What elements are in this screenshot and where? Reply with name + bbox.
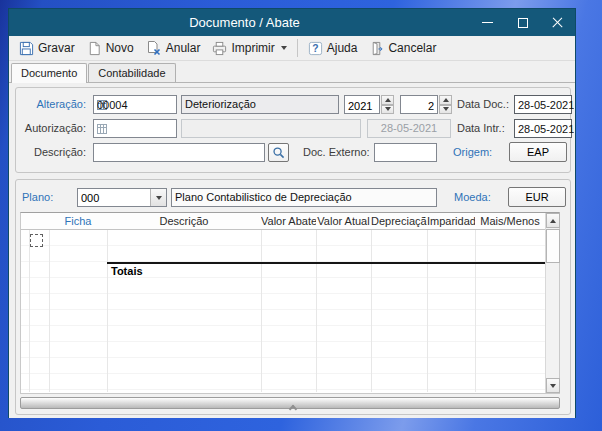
scrollbar-thumb[interactable] — [546, 229, 560, 263]
arrow-up-icon — [443, 98, 449, 102]
cancel-button-label: Cancelar — [388, 41, 436, 55]
plano-label: Plano: — [22, 188, 66, 207]
doc-externo-label: Doc. Externo: — [303, 143, 377, 162]
abate-grid: Ficha Descrição Valor Abate Valor Atual … — [20, 212, 560, 394]
origem-eap-button[interactable]: EAP — [509, 142, 567, 162]
maximize-button[interactable] — [505, 9, 540, 36]
arrow-down-icon — [443, 107, 449, 111]
column-divider — [261, 216, 262, 392]
column-divider — [427, 216, 428, 392]
toolbar-separator — [297, 39, 298, 57]
new-document-icon — [87, 41, 102, 56]
dialog-window: Documento / Abate Gravar Novo Anular — [8, 8, 576, 418]
grid-header: Ficha Descrição Valor Abate Valor Atual … — [21, 213, 559, 230]
autorizacao-code-field[interactable] — [93, 119, 177, 138]
autorizacao-code-input[interactable] — [97, 120, 179, 137]
alteracao-code-field[interactable] — [93, 95, 177, 114]
column-header-imparidade[interactable]: Imparidade — [427, 213, 475, 230]
autorizacao-desc-field — [181, 119, 361, 138]
print-button-label: Imprimir — [231, 41, 274, 55]
origem-label: Origem: — [453, 143, 505, 162]
scroll-up-button[interactable] — [546, 213, 560, 228]
period-up-button[interactable] — [439, 95, 452, 105]
descricao-input[interactable] — [97, 144, 267, 161]
tab-documento[interactable]: Documento — [11, 63, 87, 83]
arrow-down-icon — [156, 196, 162, 200]
column-divider — [49, 216, 50, 392]
save-button[interactable]: Gravar — [13, 39, 81, 58]
exit-icon — [369, 41, 384, 56]
print-button[interactable]: Imprimir — [206, 39, 292, 58]
totals-divider — [107, 262, 545, 264]
column-divider — [107, 216, 108, 392]
data-doc-input[interactable] — [518, 96, 574, 113]
period-input[interactable] — [401, 98, 437, 115]
collapse-handle[interactable] — [16, 406, 570, 412]
data-doc-field[interactable] — [514, 95, 572, 114]
year-up-button[interactable] — [381, 95, 394, 105]
magnifier-icon — [272, 146, 285, 159]
close-button[interactable] — [540, 9, 575, 36]
window-controls — [470, 9, 575, 36]
period-down-button[interactable] — [439, 105, 452, 115]
save-button-label: Gravar — [38, 41, 75, 55]
column-header-mais-menos[interactable]: Mais/Menos — [475, 213, 545, 230]
help-button-label: Ajuda — [327, 41, 358, 55]
minimize-icon — [482, 22, 493, 23]
minimize-button[interactable] — [470, 9, 505, 36]
annul-button-label: Anular — [166, 41, 201, 55]
plano-code-input[interactable] — [78, 189, 150, 206]
data-intr-input[interactable] — [518, 120, 574, 137]
annul-button[interactable]: Anular — [140, 38, 207, 58]
moeda-label: Moeda: — [454, 188, 504, 207]
period-spinner — [400, 95, 452, 114]
column-header-descricao[interactable]: Descrição — [107, 213, 261, 230]
desktop-background: Documento / Abate Gravar Novo Anular — [0, 0, 602, 431]
new-button[interactable]: Novo — [81, 39, 140, 58]
cancel-button[interactable]: Cancelar — [363, 39, 442, 58]
column-header-depreciacao[interactable]: Depreciação — [371, 213, 427, 230]
moeda-eur-button[interactable]: EUR — [508, 187, 566, 207]
window-title: Documento / Abate — [9, 15, 470, 30]
plano-combo-arrow-button[interactable] — [150, 189, 166, 206]
arrow-down-icon — [385, 107, 391, 111]
data-intr-field[interactable] — [514, 119, 572, 138]
help-button[interactable]: ? Ajuda — [302, 39, 364, 58]
year-spinner — [344, 95, 394, 114]
descricao-label: Descrição: — [16, 143, 86, 162]
search-button[interactable] — [268, 143, 289, 162]
row-selector-checkbox[interactable] — [30, 234, 43, 247]
doc-externo-field[interactable] — [374, 143, 437, 162]
autorizacao-date-field: 28-05-2021 — [367, 119, 451, 138]
arrow-up-icon — [550, 219, 556, 223]
column-header-valor-atual[interactable]: Valor Atual — [316, 213, 371, 230]
descricao-field[interactable] — [93, 143, 265, 162]
column-divider — [371, 216, 372, 392]
doc-externo-input[interactable] — [378, 144, 439, 161]
print-dropdown-icon[interactable] — [281, 46, 287, 50]
column-divider — [475, 216, 476, 392]
svg-text:?: ? — [312, 43, 318, 54]
tab-contabilidade[interactable]: Contabilidade — [88, 63, 175, 82]
grid-body[interactable] — [21, 230, 545, 393]
tab-bar: Documento Contabilidade — [9, 61, 575, 83]
arrow-up-icon — [385, 98, 391, 102]
new-button-label: Novo — [106, 41, 134, 55]
year-input[interactable] — [345, 98, 379, 115]
data-doc-label: Data Doc.: — [457, 95, 515, 114]
column-header-ficha[interactable]: Ficha — [49, 213, 107, 230]
totals-label: Totais — [111, 265, 143, 277]
maximize-icon — [518, 18, 528, 28]
plano-combo[interactable] — [77, 188, 167, 207]
vertical-scrollbar[interactable] — [545, 213, 559, 393]
column-header-valor-abate[interactable]: Valor Abate — [261, 213, 316, 230]
column-divider — [316, 216, 317, 392]
close-icon — [551, 16, 564, 29]
chevron-up-icon — [289, 405, 297, 413]
plano-grid-group: Plano: Plano Contabilistico de Depreciaç… — [15, 179, 571, 415]
plano-desc-field: Plano Contabilistico de Depreciação — [171, 188, 437, 207]
year-down-button[interactable] — [381, 105, 394, 115]
scroll-down-button[interactable] — [546, 378, 560, 393]
alteracao-code-input[interactable] — [97, 96, 179, 113]
help-icon: ? — [308, 41, 323, 56]
